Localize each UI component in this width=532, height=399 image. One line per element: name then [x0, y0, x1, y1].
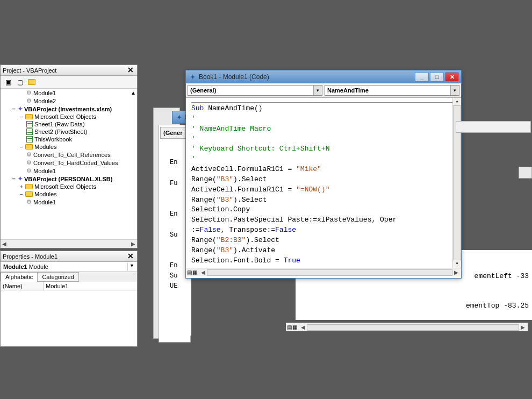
project-toolbar: ▣ ▢: [1, 76, 137, 89]
tree-thisworkbook[interactable]: ThisWorkbook: [1, 136, 137, 143]
toggle-folders-icon[interactable]: [27, 78, 36, 87]
properties-panel: Properties - Module1 ✕ Module1 Module ▼ …: [0, 251, 138, 347]
hscroll-left-icon[interactable]: ◀: [2, 241, 6, 247]
vscroll-up-icon[interactable]: ▴: [453, 98, 461, 105]
properties-title: Properties - Module1: [3, 253, 126, 260]
main-code-window: ✦ Book1 - Module1 (Code) _ □ ✕ (General)…: [185, 70, 462, 279]
chevron-down-icon[interactable]: ▾: [450, 86, 459, 95]
hscroll-left-icon[interactable]: ◀: [199, 269, 207, 275]
view-full-icon[interactable]: ▦: [192, 269, 197, 275]
properties-object-dropdown[interactable]: Module1 Module ▼: [1, 262, 137, 272]
tree-convert-hard[interactable]: ⚙Convert_To_HardCoded_Values: [1, 159, 137, 167]
tree-convert-cell[interactable]: ⚙Convert_To_Cell_References: [1, 151, 137, 159]
tree-excel-objects[interactable]: −Microsoft Excel Objects: [1, 113, 137, 120]
tab-categorized[interactable]: Categorized: [37, 272, 78, 282]
project-explorer-close-icon[interactable]: ✕: [126, 66, 135, 75]
code-window-title: Book1 - Module1 (Code): [199, 73, 415, 81]
maximize-button[interactable]: □: [430, 72, 444, 82]
tree-excel-objects2[interactable]: +Microsoft Excel Objects: [1, 183, 137, 190]
procedure-dropdown[interactable]: NameAndTime ▾: [325, 85, 459, 96]
bg-right-fragment: [519, 167, 532, 179]
code-window-dropdowns: (General) ▾ NameAndTime ▾: [186, 83, 461, 98]
view-code-icon[interactable]: ▣: [4, 78, 12, 87]
hscroll-track[interactable]: [307, 324, 519, 331]
tree-hscroll[interactable]: ◀ ▶: [1, 239, 137, 248]
vscroll-down-icon[interactable]: ▾: [453, 260, 461, 268]
tree-project-personal[interactable]: −✦VBAProject (PERSONAL.XLSB): [1, 175, 137, 183]
hscroll-right-icon[interactable]: ▶: [519, 324, 527, 330]
hscroll-left-icon[interactable]: ◀: [299, 324, 307, 330]
object-dropdown[interactable]: (General) ▾: [188, 85, 322, 96]
project-explorer-title: Project - VBAProject: [3, 67, 126, 74]
bg-right-dd[interactable]: [456, 121, 531, 133]
project-explorer-header[interactable]: Project - VBAProject ✕: [1, 65, 137, 76]
hscroll-right-icon[interactable]: ▶: [452, 269, 460, 275]
procedure-dropdown-text: NameAndTime: [325, 87, 450, 94]
code-window-titlebar[interactable]: ✦ Book1 - Module1 (Code) _ □ ✕: [186, 70, 461, 83]
properties-header[interactable]: Properties - Module1 ✕: [1, 251, 137, 262]
vba-icon: ✦: [188, 73, 197, 81]
chevron-down-icon[interactable]: ▾: [313, 86, 322, 95]
view-proc-icon[interactable]: ▤: [187, 269, 192, 275]
minimize-button[interactable]: _: [415, 72, 429, 82]
code-editor[interactable]: Sub NameAndTime() ' ' NameAndTime Macro …: [186, 98, 461, 268]
close-button[interactable]: ✕: [445, 72, 459, 82]
tree-module2[interactable]: ⚙Module2: [1, 97, 137, 105]
project-tree[interactable]: ▲ ⚙Module1 ⚙Module2 −✦VBAProject (Invest…: [1, 89, 137, 239]
vba-icon: ✦: [176, 113, 182, 122]
tree-sheet1[interactable]: Sheet1 (Raw Data): [1, 120, 137, 128]
tree-sheet2[interactable]: Sheet2 (PivotSheet): [1, 128, 137, 136]
tab-alphabetic[interactable]: Alphabetic: [1, 272, 38, 282]
property-name-label: (Name): [1, 282, 44, 290]
properties-tabs: Alphabetic Categorized: [1, 272, 137, 282]
view-full-icon[interactable]: ▦: [292, 324, 297, 330]
tree-module1c[interactable]: ⚙Module1: [1, 198, 137, 206]
properties-grid[interactable]: (Name) Module1: [1, 282, 137, 346]
hscroll[interactable]: ▤▦ ◀ ▶: [186, 268, 461, 276]
bg-hscroll[interactable]: ▤▦ ◀ ▶: [286, 323, 528, 331]
view-proc-icon[interactable]: ▤: [287, 324, 292, 330]
tree-module1[interactable]: ⚙Module1: [1, 89, 137, 97]
tree-project-investments[interactable]: −✦VBAProject (Investments.xlsm): [1, 105, 137, 113]
view-object-icon[interactable]: ▢: [16, 78, 24, 87]
hscroll-track[interactable]: [207, 269, 452, 276]
chevron-down-icon[interactable]: ▼: [127, 263, 136, 270]
tree-modules-folder[interactable]: −Modules: [1, 143, 137, 151]
tree-scroll-up-icon[interactable]: ▲: [131, 90, 136, 96]
object-dropdown-text: (General): [188, 87, 313, 94]
tree-modules-folder2[interactable]: −Modules: [1, 190, 137, 198]
hscroll-right-icon[interactable]: ▶: [131, 241, 135, 247]
tree-module1b[interactable]: ⚙Module1: [1, 167, 137, 175]
property-row-name[interactable]: (Name) Module1: [1, 282, 137, 291]
properties-object-text: Module1 Module: [2, 263, 127, 270]
project-explorer-panel: Project - VBAProject ✕ ▣ ▢ ▲ ⚙Module1 ⚙M…: [0, 65, 138, 248]
properties-close-icon[interactable]: ✕: [126, 252, 135, 261]
property-name-value[interactable]: Module1: [44, 282, 137, 290]
